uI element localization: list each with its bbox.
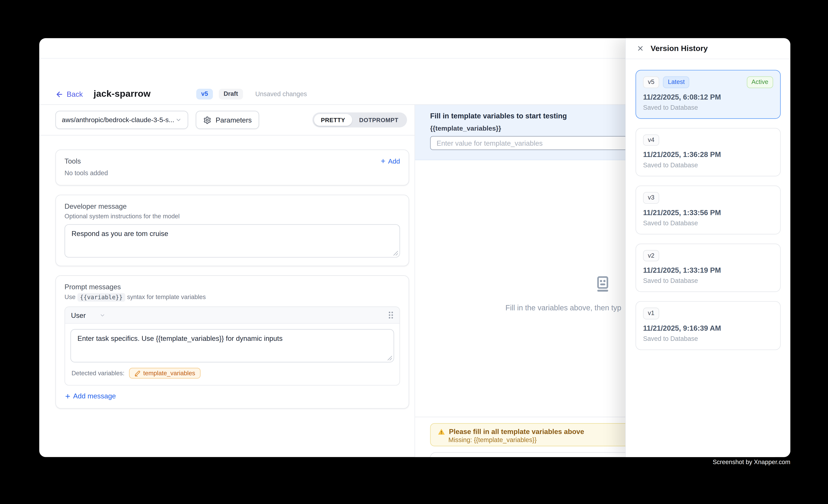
message-content-input[interactable] (70, 329, 394, 363)
plus-icon (65, 393, 71, 399)
screenshot-stage: Back jack-sparrow v5 Draft Unsaved chang… (0, 0, 828, 504)
detected-variable-chip[interactable]: template_variables (129, 368, 201, 378)
version-saved-label: Saved to Database (643, 161, 773, 169)
version-number-badge: v5 (643, 76, 659, 88)
version-number-badge: v2 (643, 250, 659, 261)
version-badge: v5 (196, 89, 213, 99)
syntax-hint: Use {{variable}} syntax for template var… (65, 294, 400, 301)
version-timestamp: 11/21/2025, 9:16:39 AM (643, 324, 773, 332)
add-tool-button[interactable]: Add (380, 157, 400, 165)
role-select-value: User (71, 311, 86, 319)
drag-handle-icon[interactable] (388, 311, 394, 319)
format-toggle: PRETTY DOTPROMPT (312, 112, 407, 127)
model-select[interactable]: aws/anthropic/bedrock-claude-3-5-s... (55, 111, 188, 129)
version-entry-v4[interactable]: v4 11/21/2025, 1:36:28 PM Saved to Datab… (635, 128, 781, 176)
warning-title: Please fill in all template variables ab… (449, 427, 584, 435)
syntax-suffix: syntax for template variables (127, 294, 206, 300)
detected-variable-name: template_variables (143, 370, 195, 376)
parameters-button[interactable]: Parameters (196, 111, 259, 129)
chevron-down-icon (175, 117, 181, 123)
add-message-button[interactable]: Add message (65, 392, 400, 400)
version-saved-label: Saved to Database (643, 103, 773, 111)
editor-column: aws/anthropic/bedrock-claude-3-5-s... Pa… (39, 105, 415, 457)
version-saved-label: Saved to Database (643, 219, 773, 226)
add-message-label: Add message (73, 392, 116, 400)
version-saved-label: Saved to Database (643, 335, 773, 342)
version-entry-v5[interactable]: v5 Latest Active 11/22/2025, 6:08:12 PM … (635, 70, 781, 119)
detected-variables-label: Detected variables: (72, 370, 124, 376)
empty-state-text: Fill in the variables above, then typ (505, 303, 621, 312)
syntax-code-chip: {{variable}} (77, 293, 125, 301)
xnapper-watermark: Screenshot by Xnapper.com (713, 459, 790, 465)
developer-message-title: Developer message (65, 202, 400, 210)
chevron-down-icon (100, 312, 106, 318)
editor-toolbar: aws/anthropic/bedrock-claude-3-5-s... Pa… (39, 105, 415, 135)
version-entry-v2[interactable]: v2 11/21/2025, 1:33:19 PM Saved to Datab… (635, 243, 781, 292)
toggle-dotprompt[interactable]: DOTPROMPT (352, 114, 405, 126)
unsaved-changes-label: Unsaved changes (255, 90, 307, 98)
version-timestamp: 11/22/2025, 6:08:12 PM (643, 93, 773, 101)
resize-grip-icon[interactable] (387, 355, 392, 361)
version-number-badge: v3 (643, 192, 659, 203)
version-timestamp: 11/21/2025, 1:36:28 PM (643, 151, 773, 159)
tools-card: Tools Add No tools added (55, 150, 409, 185)
page-title: jack-sparrow (93, 89, 151, 99)
version-entry-v3[interactable]: v3 11/21/2025, 1:33:56 PM Saved to Datab… (635, 185, 781, 234)
latest-badge: Latest (663, 76, 690, 88)
version-number-badge: v1 (643, 307, 659, 319)
gear-icon (203, 116, 211, 124)
bot-face-icon (593, 274, 612, 294)
model-select-value: aws/anthropic/bedrock-claude-3-5-s... (62, 116, 174, 124)
draft-badge: Draft (219, 89, 243, 99)
tools-title: Tools (65, 157, 81, 165)
version-saved-label: Saved to Database (643, 277, 773, 285)
syntax-prefix: Use (65, 294, 76, 300)
version-timestamp: 11/21/2025, 1:33:19 PM (643, 266, 773, 274)
version-entry-v1[interactable]: v1 11/21/2025, 9:16:39 AM Saved to Datab… (635, 301, 781, 350)
close-icon[interactable] (636, 45, 644, 52)
version-list: v5 Latest Active 11/22/2025, 6:08:12 PM … (626, 59, 790, 350)
back-arrow-icon (55, 90, 64, 98)
version-number-badge: v4 (643, 134, 659, 146)
message-block: User (65, 306, 400, 386)
add-tool-label: Add (388, 157, 400, 165)
version-timestamp: 11/21/2025, 1:33:56 PM (643, 208, 773, 216)
developer-message-subtitle: Optional system instructions for the mod… (65, 213, 400, 219)
toggle-pretty[interactable]: PRETTY (314, 114, 352, 126)
resize-grip-icon[interactable] (393, 251, 398, 255)
version-history-panel: Version History v5 Latest Active 11/22/2… (625, 38, 790, 457)
back-label: Back (67, 90, 83, 98)
message-header: User (65, 307, 400, 324)
prompt-messages-title: Prompt messages (65, 283, 400, 291)
back-button[interactable]: Back (55, 90, 83, 98)
parameters-label: Parameters (216, 116, 252, 124)
warning-icon (438, 428, 445, 435)
plus-icon (380, 158, 386, 164)
version-history-title: Version History (651, 44, 708, 53)
role-select[interactable]: User (71, 311, 106, 319)
prompt-messages-card: Prompt messages Use {{variable}} syntax … (55, 275, 409, 409)
developer-message-card: Developer message Optional system instru… (55, 195, 409, 266)
no-tools-text: No tools added (65, 169, 400, 177)
developer-message-input[interactable] (65, 224, 400, 257)
pencil-icon (135, 370, 140, 376)
active-status-badge: Active (747, 76, 773, 88)
